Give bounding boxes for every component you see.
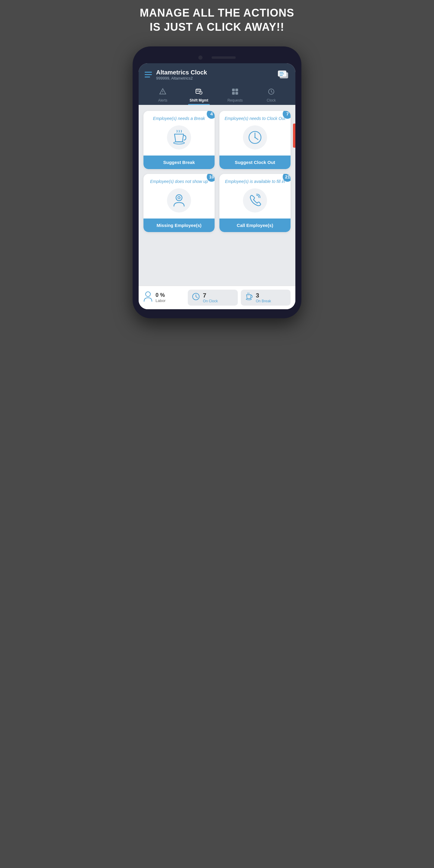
svg-text:?: ?: [178, 196, 180, 199]
app-subtitle: 999999, Altametrics2: [156, 76, 207, 81]
suggest-clock-out-icon-circle: [243, 125, 267, 150]
missing-employee-body: Employee(s) does not show up ?: [144, 174, 215, 218]
tab-alerts[interactable]: Alerts: [145, 85, 181, 105]
svg-point-29: [146, 292, 150, 297]
bottom-bar: 0 % Labor 7 On Clock: [138, 286, 296, 309]
call-employee-card: 21 Employee(s) is available to fill in: [219, 174, 290, 232]
chat-icon-button[interactable]: [276, 68, 289, 82]
on-clock-text: 7 On Clock: [203, 292, 218, 303]
labor-text: 0 % Labor: [156, 292, 165, 303]
shift-mgmt-icon: [195, 88, 203, 97]
suggest-break-icon-circle: [167, 125, 191, 150]
on-break-count: 3: [256, 292, 271, 299]
missing-employee-card: 10 Employee(s) does not show up ?: [144, 174, 215, 232]
suggest-break-button[interactable]: Suggest Break: [144, 156, 215, 169]
tab-requests[interactable]: Requests: [217, 85, 253, 105]
clock-out-icon: [247, 130, 262, 145]
header-top: Altametrics Clock 999999, Altametrics2: [145, 68, 289, 82]
on-break-text: 3 On Break: [256, 292, 271, 303]
suggest-clock-out-card: 7 Employee(s) needs to Clock Out: [219, 111, 290, 169]
nav-tabs: Alerts: [145, 85, 289, 105]
on-break-stat[interactable]: 3 On Break: [241, 290, 290, 306]
svg-line-32: [196, 297, 197, 298]
chat-icon: [277, 69, 288, 80]
svg-rect-15: [236, 89, 238, 91]
on-clock-count: 7: [203, 292, 218, 299]
labor-person-icon: [144, 291, 153, 304]
svg-point-25: [254, 137, 255, 138]
call-employee-title: Employee(s) is available to fill in: [225, 179, 285, 184]
app-title: Altametrics Clock: [156, 69, 207, 76]
phone-screen: Altametrics Clock 999999, Altametrics2: [138, 63, 296, 309]
coffee-cup-icon: [172, 130, 187, 145]
call-employee-icon-circle: [243, 188, 267, 213]
red-accent-bar: [293, 124, 296, 148]
hamburger-line-2: [145, 74, 152, 75]
phone-device: Altametrics Clock 999999, Altametrics2: [133, 46, 301, 318]
svg-point-6: [162, 93, 163, 93]
tab-alerts-label: Alerts: [158, 98, 167, 102]
on-clock-stat[interactable]: 7 On Clock: [188, 290, 238, 306]
suggest-clock-out-body: Employee(s) needs to Clock Out: [219, 111, 290, 156]
bottom-cards-grid: 10 Employee(s) does not show up ?: [144, 174, 290, 232]
call-employee-body: Employee(s) is available to fill in: [219, 174, 290, 218]
missing-person-icon: ?: [172, 193, 187, 208]
phone-notch: [138, 56, 296, 60]
call-employee-button[interactable]: Call Employee(s): [219, 218, 290, 232]
tab-clock-label: Clock: [267, 98, 276, 102]
tab-shift-mgmt-label: Shift Mgmt: [190, 98, 208, 102]
hamburger-line-1: [145, 72, 152, 73]
app-title-block: Altametrics Clock 999999, Altametrics2: [156, 69, 207, 81]
labor-label: Labor: [156, 299, 165, 303]
suggest-break-card: 4 Employee(s) needs a Break: [144, 111, 215, 169]
missing-employee-button[interactable]: Missing Employee(s): [144, 218, 215, 232]
suggest-break-title: Employee(s) needs a Break: [153, 116, 205, 121]
clock-icon: [268, 88, 275, 97]
labor-section: 0 % Labor: [144, 291, 185, 304]
labor-percent: 0 %: [156, 292, 165, 299]
svg-rect-16: [232, 92, 235, 95]
app-header: Altametrics Clock 999999, Altametrics2: [138, 63, 296, 105]
svg-point-33: [246, 299, 251, 300]
hamburger-menu[interactable]: [145, 72, 152, 78]
page-wrapper: MANAGE ALL THE ACTIONS IS JUST A CLICK A…: [108, 6, 326, 318]
headline-line2: IS JUST A CLICK AWAY!!: [140, 20, 294, 34]
tab-shift-mgmt[interactable]: Shift Mgmt: [181, 85, 217, 105]
phone-camera: [198, 56, 203, 60]
main-content: 4 Employee(s) needs a Break: [138, 105, 296, 286]
suggest-clock-out-title: Employee(s) needs to Clock Out: [224, 116, 285, 121]
phone-speaker: [212, 56, 236, 59]
headline: MANAGE ALL THE ACTIONS IS JUST A CLICK A…: [140, 6, 294, 34]
on-clock-icon: [192, 293, 200, 302]
on-break-label: On Break: [256, 299, 271, 303]
header-left: Altametrics Clock 999999, Altametrics2: [145, 69, 207, 81]
tab-requests-label: Requests: [227, 98, 243, 102]
missing-employee-title: Employee(s) does not show up: [150, 179, 208, 184]
svg-line-20: [271, 92, 273, 93]
top-cards-grid: 4 Employee(s) needs a Break: [144, 111, 290, 169]
suggest-clock-out-button[interactable]: Suggest Clock Out: [219, 156, 290, 169]
headline-line1: MANAGE ALL THE ACTIONS: [140, 6, 294, 20]
requests-icon: [231, 88, 239, 97]
alerts-icon: [159, 88, 166, 97]
svg-rect-17: [236, 92, 238, 95]
hamburger-line-3: [145, 76, 150, 78]
tab-clock[interactable]: Clock: [253, 85, 289, 105]
missing-employee-icon-circle: ?: [167, 188, 191, 213]
suggest-break-body: Employee(s) needs a Break: [144, 111, 215, 156]
phone-icon: [247, 193, 262, 208]
on-break-icon: [245, 293, 253, 302]
on-clock-label: On Clock: [203, 299, 218, 303]
svg-rect-14: [232, 89, 235, 91]
